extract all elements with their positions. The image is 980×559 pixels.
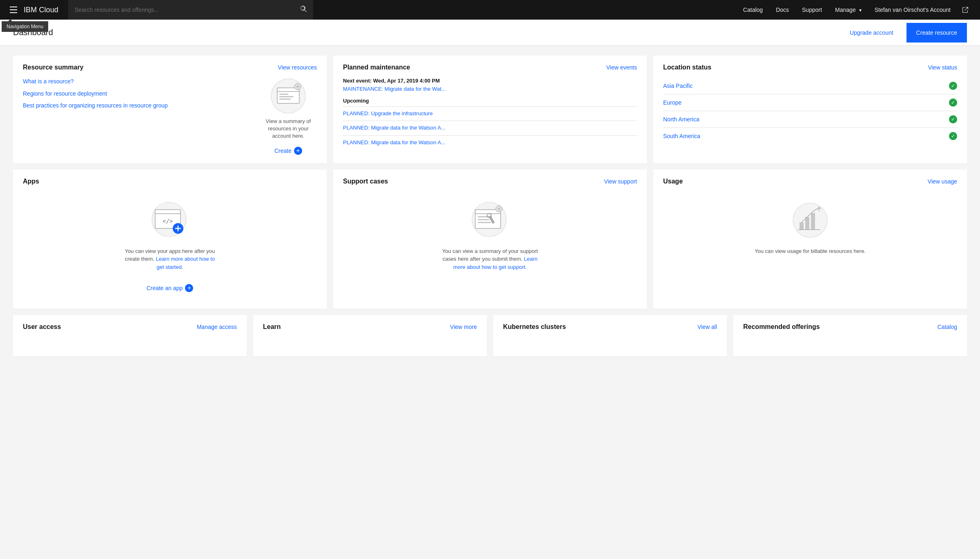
maintenance-title: Planned maintenance [343,64,410,71]
svg-rect-1 [277,88,299,103]
recommended-offerings-card: Recommended offerings Catalog [733,315,967,356]
learn-view-more-link[interactable]: View more [450,324,477,330]
north-america-status-icon: ✓ [949,115,957,123]
resource-illustration-icon [270,78,307,114]
apps-create-plus-icon: + [185,284,193,292]
next-event-label: Next event: Wed, Apr 17, 2019 4:00 PM [343,78,637,84]
brand-logo: IBM Cloud [24,6,58,14]
sub-header-actions: Upgrade account Create resource [843,23,967,42]
svg-rect-3 [279,94,288,95]
svg-text:</>: </> [163,218,173,224]
resource-content: What is a resource? Regions for resource… [23,78,317,155]
location-status-header: Location status View status [663,64,957,71]
view-events-link[interactable]: View events [606,64,637,71]
external-link-icon[interactable] [957,7,973,13]
view-usage-link[interactable]: View usage [928,178,957,185]
create-app-link[interactable]: Create an app + [147,284,194,292]
support-header: Support cases View support [343,178,637,185]
planned-item-1[interactable]: PLANNED: Migrate data for the Watson A..… [343,121,637,135]
view-resources-link[interactable]: View resources [278,64,317,71]
svg-rect-20 [478,219,489,220]
nav-catalog[interactable]: Catalog [737,0,769,20]
planned-item-2[interactable]: PLANNED: Migrate data for the Watson A..… [343,135,637,150]
apps-illustration-icon: </> [149,200,190,241]
resource-summary-header: Resource summary View resources [23,64,317,71]
usage-text: You can view usage for billable resource… [755,247,866,255]
nav-links: Catalog Docs Support Manage Stefan van O… [737,0,973,20]
nav-support[interactable]: Support [795,0,829,20]
resource-link-1[interactable]: Regions for resource deployment [23,90,253,98]
top-cards-row: Resource summary View resources What is … [13,56,967,163]
location-europe[interactable]: Europe [663,99,682,106]
recommended-catalog-link[interactable]: Catalog [938,324,957,330]
bottom-cards-row: User access Manage access Learn View mor… [13,315,967,356]
usage-content: You can view usage for billable resource… [663,192,957,264]
manage-access-link[interactable]: Manage access [197,324,237,330]
usage-header: Usage View usage [663,178,957,185]
top-nav: IBM Cloud Catalog Docs Support Manage St… [0,0,980,20]
resource-create-link[interactable]: Create + [274,147,302,155]
apps-title: Apps [23,178,39,185]
usage-card: Usage View usage You c [653,170,967,309]
support-title: Support cases [343,178,388,185]
location-item-0: Asia Pacific ✓ [663,78,957,94]
upgrade-account-button[interactable]: Upgrade account [843,25,900,40]
svg-rect-32 [811,213,815,230]
usage-illustration-icon [790,200,831,241]
kubernetes-view-all-link[interactable]: View all [697,324,717,330]
kubernetes-title: Kubernetes clusters [503,323,566,331]
view-status-link[interactable]: View status [928,64,957,71]
view-support-link[interactable]: View support [604,178,637,185]
search-icon-button[interactable] [300,6,307,14]
external-icon [962,7,969,13]
manage-chevron-icon [858,7,862,13]
create-resource-button[interactable]: Create resource [906,23,967,42]
resource-links: What is a resource? Regions for resource… [23,78,253,114]
svg-rect-21 [478,222,491,223]
hamburger-button[interactable] [7,3,20,16]
support-illustration-icon [470,200,510,241]
nav-manage[interactable]: Manage [829,0,868,20]
svg-rect-5 [279,98,291,100]
resource-summary-card: Resource summary View resources What is … [13,56,327,163]
main-content: Resource summary View resources What is … [0,46,980,372]
planned-maintenance-card: Planned maintenance View events Next eve… [333,56,647,163]
learn-card: Learn View more [253,315,487,356]
nav-docs[interactable]: Docs [769,0,795,20]
apps-content: </> You can view your apps here after yo… [23,192,317,301]
location-item-1: Europe ✓ [663,94,957,111]
search-icon [300,6,307,12]
upcoming-label: Upcoming [343,98,637,104]
resource-illustration-caption: View a summary of resources in your acco… [260,118,317,140]
middle-cards-row: Apps </> You can view your apps here aft… [13,170,967,309]
svg-rect-4 [279,96,294,97]
location-item-2: North America ✓ [663,111,957,128]
apps-learn-link[interactable]: Learn more about how to get started. [156,256,215,270]
support-text: You can view a summary of your support c… [437,247,543,271]
nav-tooltip: Navigation Menu [2,21,48,32]
account-label[interactable]: Stefan van Oirschot's Account [868,0,957,20]
location-list: Asia Pacific ✓ Europe ✓ North America ✓ … [663,78,957,144]
location-asia-pacific[interactable]: Asia Pacific [663,83,693,89]
svg-point-29 [793,203,827,237]
create-plus-icon: + [294,147,302,155]
asia-pacific-status-icon: ✓ [949,82,957,90]
europe-status-icon: ✓ [949,98,957,107]
location-south-america[interactable]: South America [663,133,700,139]
resource-illustration: View a summary of resources in your acco… [260,78,317,155]
sub-header: Dashboard Upgrade account Create resourc… [0,20,980,46]
resource-link-0[interactable]: What is a resource? [23,78,253,86]
resource-link-2[interactable]: Best practices for organizing resources … [23,102,253,110]
support-content: You can view a summary of your support c… [343,192,637,280]
support-cases-card: Support cases View support [333,170,647,309]
next-event-link[interactable]: MAINTENANCE: Migrate data for the Wat... [343,85,637,93]
search-bar [68,0,313,20]
location-item-3: South America ✓ [663,128,957,144]
planned-item-0[interactable]: PLANNED: Upgrade the infrastructure [343,106,637,121]
user-access-card: User access Manage access [13,315,247,356]
usage-title: Usage [663,178,683,185]
apps-text: You can view your apps here after you cr… [121,247,219,271]
maintenance-content: Next event: Wed, Apr 17, 2019 4:00 PM MA… [343,78,637,150]
search-input[interactable] [75,7,297,13]
location-north-america[interactable]: North America [663,116,699,123]
